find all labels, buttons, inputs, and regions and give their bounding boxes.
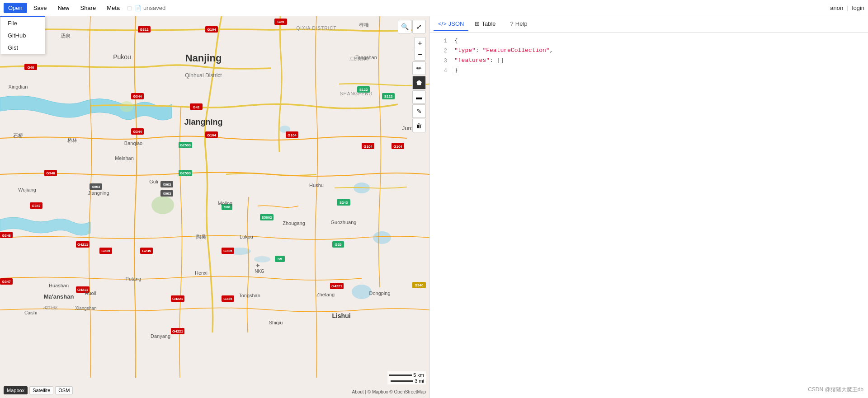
json-features-value: [] <box>497 57 504 64</box>
svg-text:Huashan: Huashan <box>49 283 69 288</box>
file-dropdown: File GitHub Gist <box>0 16 45 54</box>
svg-text:G4221: G4221 <box>331 284 343 288</box>
svg-text:汤泉: 汤泉 <box>61 33 71 38</box>
svg-text:S340: S340 <box>415 283 424 287</box>
svg-text:Tongshan: Tongshan <box>239 293 260 298</box>
svg-text:Zhougang: Zhougang <box>283 220 305 226</box>
zoom-in-button[interactable]: + <box>414 37 426 49</box>
svg-text:Guozhuang: Guozhuang <box>331 220 357 225</box>
svg-text:S122: S122 <box>384 94 393 98</box>
svg-text:G344: G344 <box>133 130 142 134</box>
svg-text:Lishui: Lishui <box>332 312 350 319</box>
svg-text:Caishi: Caishi <box>24 310 37 315</box>
svg-text:G344: G344 <box>133 94 142 98</box>
svg-text:江苏奥博市: 江苏奥博市 <box>349 56 370 61</box>
draw-rectangle-button[interactable]: ▬ <box>412 90 426 104</box>
line-number-3: 3 <box>434 56 447 66</box>
satellite-layer-button[interactable]: Satellite <box>29 386 53 394</box>
svg-text:X003: X003 <box>92 185 100 189</box>
svg-text:Henxi: Henxi <box>195 270 208 276</box>
svg-text:Pukou: Pukou <box>113 53 131 61</box>
watermark: CSDN @猪猪大魔王db <box>808 386 863 393</box>
svg-text:Nanjing: Nanjing <box>185 52 222 64</box>
svg-text:S5: S5 <box>278 257 282 261</box>
nav-right: anon | login <box>830 5 864 11</box>
draw-line-button[interactable]: ✏ <box>412 61 426 75</box>
anon-link[interactable]: anon <box>830 5 843 11</box>
watermark-text: CSDN @猪猪大魔王db <box>808 386 863 393</box>
expand-button[interactable]: ⤢ <box>412 20 426 33</box>
svg-text:Lukou: Lukou <box>240 234 253 239</box>
svg-text:G104: G104 <box>288 133 297 137</box>
svg-point-2 <box>120 101 133 112</box>
svg-text:G346: G346 <box>2 234 11 238</box>
svg-text:X003: X003 <box>163 183 171 187</box>
share-button[interactable]: Share <box>75 3 100 13</box>
new-button[interactable]: New <box>53 3 74 13</box>
map-zoom-controls: + − <box>414 37 426 61</box>
svg-text:G104: G104 <box>363 145 373 149</box>
open-button[interactable]: Open <box>4 3 27 13</box>
svg-text:Banqiao: Banqiao <box>124 140 142 146</box>
svg-text:G235: G235 <box>101 249 110 253</box>
meta-button[interactable]: Meta <box>102 3 124 13</box>
delete-button[interactable]: 🗑 <box>412 119 426 132</box>
svg-text:G4211: G4211 <box>77 243 89 247</box>
right-panel: </> JSON ⊞ Table ? Help 1 { 2 "type": "F… <box>429 16 868 398</box>
search-tool-button[interactable]: 🔍 <box>398 20 411 33</box>
json-tab-label: JSON <box>448 20 464 27</box>
dropdown-github[interactable]: GitHub <box>0 29 45 42</box>
tab-help[interactable]: ? Help <box>506 18 532 31</box>
tab-table[interactable]: ⊞ Table <box>470 18 500 31</box>
login-link[interactable]: login <box>852 5 864 11</box>
svg-text:石桥: 石桥 <box>13 133 23 138</box>
json-type-line: "type": "FeatureCollection", <box>454 46 864 56</box>
osm-layer-button[interactable]: OSM <box>55 386 73 394</box>
mapbox-layer-button[interactable]: Mapbox <box>4 386 28 394</box>
line-number-1: 1 <box>434 36 447 46</box>
svg-point-4 <box>373 231 391 244</box>
nav-sep: | <box>847 5 848 11</box>
line-number-2: 2 <box>434 46 447 56</box>
svg-text:G2503: G2503 <box>180 171 191 175</box>
svg-text:G312: G312 <box>140 28 149 32</box>
svg-text:G40: G40 <box>27 66 34 70</box>
zoom-out-button[interactable]: − <box>414 49 426 61</box>
json-close-brace: } <box>454 66 864 75</box>
json-editor[interactable]: 1 { 2 "type": "FeatureCollection", 3 "fe… <box>430 33 868 219</box>
line-number-4: 4 <box>434 66 447 75</box>
svg-text:G346: G346 <box>46 171 55 175</box>
json-type-value: "FeatureCollection" <box>482 47 549 54</box>
svg-text:Ma'anshan: Ma'anshan <box>44 293 74 300</box>
svg-text:G235: G235 <box>223 249 232 253</box>
svg-text:Zhetang: Zhetang <box>316 292 335 297</box>
table-icon: ⊞ <box>475 20 480 27</box>
help-icon: ? <box>510 20 514 27</box>
save-button[interactable]: Save <box>29 3 52 13</box>
table-tab-label: Table <box>481 20 495 27</box>
json-features-key: "features" <box>454 57 490 64</box>
map-container[interactable]: G312 G104 G40 G42 G104 G104 G104 G104 S1… <box>0 16 429 398</box>
svg-text:梓橦: 梓橦 <box>359 22 369 28</box>
svg-text:桥林: 桥林 <box>67 137 77 143</box>
scale-km-bar <box>389 375 412 376</box>
svg-text:G347: G347 <box>32 204 41 208</box>
svg-text:S243: S243 <box>340 201 348 205</box>
json-open-brace: { <box>454 36 864 46</box>
nav-divider: ◻ <box>127 5 132 11</box>
map-scale: 5 km 3 mi <box>387 371 426 384</box>
file-icon: 📄 <box>135 5 142 11</box>
dropdown-gist[interactable]: Gist <box>0 42 45 54</box>
map-tools-top: 🔍 ⤢ <box>398 20 426 33</box>
draw-polygon-button[interactable]: ⬟ <box>412 76 426 89</box>
edit-button[interactable]: ✎ <box>412 104 426 118</box>
tab-json[interactable]: </> JSON <box>434 18 468 31</box>
svg-text:Huoli: Huoli <box>85 290 96 296</box>
json-line-1: 1 { <box>430 36 868 46</box>
dropdown-file[interactable]: File <box>0 17 45 29</box>
svg-text:G25: G25 <box>335 243 342 247</box>
scale-km-line: 5 km <box>389 372 424 378</box>
json-line-3: 3 "features": [] <box>430 56 868 66</box>
svg-text:G104: G104 <box>207 28 216 32</box>
map-base-layers: Mapbox Satellite OSM <box>4 386 73 394</box>
